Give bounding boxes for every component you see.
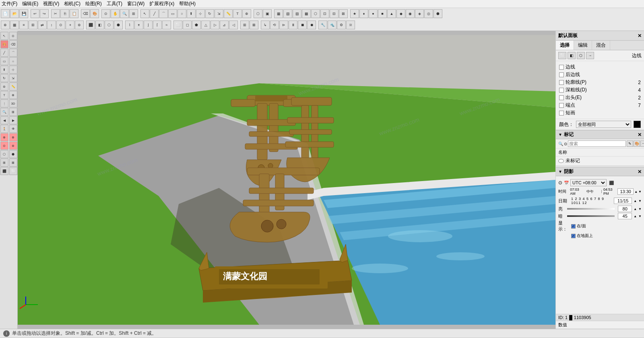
tb2-35[interactable]: 🔩 [328,21,336,29]
lt-select[interactable]: ↖ [0,32,8,40]
tb2-6[interactable]: ↕ [47,21,56,29]
lt-move[interactable]: ⊹ [9,66,17,74]
lt-paint[interactable]: 🎨 [0,40,8,48]
tb-arc[interactable]: ⌒ [159,9,168,18]
tb-ext2[interactable]: ♦ [359,9,368,18]
tag-paint-icon[interactable]: 🎨 [634,140,640,147]
tab-edit[interactable]: 编辑 [574,41,592,50]
tb-ext10[interactable]: ⬢ [433,9,442,18]
cb-duan[interactable] [559,103,564,108]
utc-btn[interactable]: ⬛ [609,181,614,185]
tags-close[interactable]: ✕ [638,132,642,138]
tb-copy[interactable]: ⎘ [60,9,69,18]
tb2-1[interactable]: ⊕ [1,21,10,29]
tb2-9[interactable]: ⊚ [75,21,84,29]
lt-ext4[interactable]: ⊚ [9,142,17,150]
tb-style4[interactable]: ▩ [302,9,311,18]
tb-save[interactable]: 💾 [19,9,28,18]
time-spin-down[interactable]: ▼ [638,190,642,194]
dark-spin-up[interactable]: ▲ [634,214,637,218]
lt-circle[interactable]: ○ [9,57,17,65]
tb-rotate[interactable]: ↻ [205,9,214,18]
tb-zoomextent[interactable]: ⊞ [129,9,138,18]
lt-erase[interactable]: ⌫ [9,40,17,48]
tb-ext8[interactable]: ◈ [415,9,424,18]
utc-select[interactable]: UTC +08:00 [570,179,607,186]
tb2-25[interactable]: ◁ [229,21,238,29]
tb2-14[interactable]: ⌇ [125,21,134,29]
lt-zoom[interactable]: 🔍 [0,108,8,116]
bright-value-input[interactable] [618,206,632,212]
tb-move[interactable]: ⊹ [196,9,205,18]
tag-more-icon[interactable]: ⋯ [640,140,644,147]
tb2-13[interactable]: ⬣ [114,21,123,29]
tag-search-input[interactable] [568,140,626,147]
tb2-34[interactable]: 🔧 [318,21,327,29]
tb-ext4[interactable]: ■ [378,9,387,18]
lt-orbit[interactable]: ⊙ [9,32,17,40]
tb-ext7[interactable]: ◉ [406,9,415,18]
tb-rect[interactable]: ▭ [168,9,177,18]
lt-ext5[interactable]: ⬡ [0,150,8,158]
tb2-2[interactable]: ▦ [10,21,19,29]
menu-draw[interactable]: 绘图(R) [85,0,102,7]
tb2-26[interactable]: ⊞ [240,21,249,29]
lt-arc[interactable]: ⌒ [9,49,17,57]
tb-axes[interactable]: ⊕ [242,9,251,18]
tb-erase[interactable]: ⌫ [81,9,90,18]
tb2-17[interactable]: ⌈ [153,21,162,29]
bright-spin-down[interactable]: ▼ [638,207,642,211]
lt-3dtext[interactable]: 3D [9,99,17,107]
time-value-input[interactable] [617,188,634,195]
tb2-7[interactable]: ⊙ [56,21,65,29]
tab-mix[interactable]: 混合 [592,41,610,50]
lt-axes[interactable]: ⊕ [9,91,17,99]
cb-on-face[interactable]: ✓ [571,224,576,229]
tb-push[interactable]: ⬆ [187,9,196,18]
tb2-37[interactable]: ⛭ [346,21,355,29]
menu-tools[interactable]: 工具(T) [107,0,122,7]
cb-on-ground[interactable]: ✓ [571,234,576,238]
cb-duanhua[interactable] [559,111,564,115]
tb-undo[interactable]: ↩ [31,9,39,18]
lt-walk[interactable]: 🚶 [0,125,8,133]
tb2-36[interactable]: ⚙ [337,21,346,29]
tb-open[interactable]: 📂 [10,9,19,18]
tb2-3[interactable]: ≡ [19,21,28,29]
tb-zoom[interactable]: 🔍 [120,9,129,18]
color-select[interactable]: 全部相同 [576,121,631,128]
tb-circle[interactable]: ○ [178,9,186,18]
tb2-16[interactable]: ⌋ [144,21,153,29]
tb-group[interactable]: ▣ [263,9,272,18]
tb-orbit[interactable]: ⊙ [101,9,110,18]
menu-edit[interactable]: 编辑(E) [22,0,38,7]
tb-ext5[interactable]: ▲ [387,9,396,18]
date-spin-down[interactable]: ▼ [638,199,642,203]
lt-ext8[interactable]: ⊠ [9,159,17,167]
panel-close-btn[interactable]: ✕ [638,33,642,39]
tab-select[interactable]: 选择 [556,41,574,50]
tag-pencil-icon[interactable]: ✎ [627,140,633,147]
tag-visibility-icon[interactable] [558,159,564,163]
lt-ext6[interactable]: ⬢ [9,150,17,158]
lt-ext10[interactable]: ⬜ [9,167,17,175]
lt-ext3[interactable]: ⊙ [0,142,8,150]
viewport[interactable]: 满蒙文化园 [18,31,555,329]
tb-line[interactable]: ╱ [150,9,159,18]
lt-zoomext[interactable]: ⊞ [9,108,17,116]
tb2-11[interactable]: ◧ [95,21,104,29]
lt-offset[interactable]: ⊜ [0,82,8,91]
tb-ext6[interactable]: ◆ [396,9,405,18]
lt-push[interactable]: ⬆ [0,66,8,74]
dark-value-input[interactable] [618,213,632,219]
lt-ext1[interactable]: ⊕ [0,133,8,141]
tb-tape[interactable]: 📏 [224,9,233,18]
tb2-33[interactable]: ⏺ [307,21,316,29]
tb2-31[interactable]: ⏸ [289,21,297,29]
tb2-29[interactable]: ⟲ [270,21,279,29]
tb-ext9[interactable]: ◎ [424,9,433,18]
tb-right[interactable]: ⊠ [339,9,348,18]
dark-spin-down[interactable]: ▼ [638,214,642,218]
menu-help[interactable]: 帮助(H) [179,0,196,7]
tb2-12[interactable]: ⬡ [105,21,114,29]
